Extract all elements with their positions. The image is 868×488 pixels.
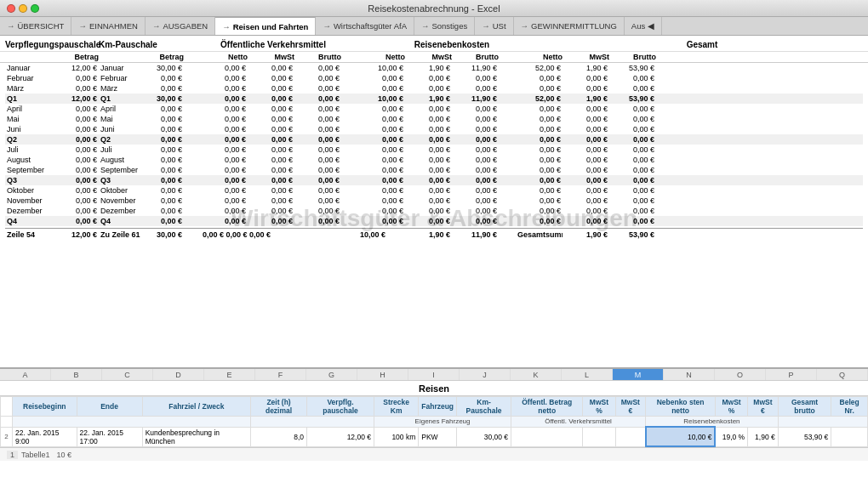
neben-netto-header: Nebenko sten netto [646, 397, 716, 417]
verpfl-cell[interactable]: 12,00 € [307, 427, 374, 446]
cell: 0,00 € [516, 166, 562, 174]
cell: 0,00 € [294, 94, 341, 103]
brutto-header-3: Brutto [609, 53, 656, 61]
cell: 30,00 € [141, 94, 184, 103]
cell: 0,00 € [358, 156, 405, 164]
cell: 12,00 € [56, 94, 99, 103]
reisebeginn-cell[interactable]: 22. Jan. 2015 9:00 [13, 427, 77, 446]
cell: 10,00 € [358, 64, 405, 72]
neben-mwst-euro-cell[interactable]: 1,90 € [748, 427, 779, 446]
cell [184, 207, 201, 215]
close-button[interactable] [7, 4, 15, 13]
minimize-button[interactable] [19, 4, 27, 13]
cell: 0,00 € [452, 74, 499, 82]
col-letter-c: C [102, 369, 153, 380]
cell: 0,00 € [562, 125, 609, 133]
tab-ausgaben[interactable]: → AUSGABEN [146, 17, 215, 36]
cell: 0,00 € [516, 84, 562, 93]
cell: Q1 [99, 94, 141, 103]
strecke-cell[interactable]: 100 km [374, 427, 419, 446]
km-pauschale-cell[interactable]: 30,00 € [457, 427, 511, 446]
cell: November [5, 196, 56, 205]
reisebeginn-header: Reisebeginn [13, 397, 77, 417]
cell: 52,00 € [516, 64, 562, 72]
gesamt-brutto-cell[interactable]: 53,90 € [778, 427, 831, 446]
cell: 0,00 € [201, 84, 248, 93]
tab-ust[interactable]: → USt [475, 17, 513, 36]
cell: 0,00 € [358, 196, 405, 205]
cell: 0,00 € [294, 217, 341, 225]
cell [341, 125, 358, 133]
maximize-button[interactable] [31, 4, 39, 13]
sub-header-reisenebenkosten: Reisenebenkosten [646, 417, 779, 428]
cell: Juli [5, 145, 56, 154]
cell: 0,00 € [248, 156, 294, 164]
footer-row-num: 1 [7, 451, 18, 459]
table-row: Mai0,00 €Mai0,00 €0,00 €0,00 €0,00 €0,00… [5, 114, 863, 124]
mwst-header-1: MwSt [248, 53, 294, 61]
cell: 0,00 € [405, 145, 452, 154]
ende-cell[interactable]: 22. Jan. 2015 17:00 [77, 427, 142, 446]
section-oeffentlich-header: Öffentliche Verkehrsmittel [184, 40, 363, 49]
col-letter-n: N [664, 369, 715, 380]
cell: 0,00 € [452, 176, 499, 184]
cell [341, 135, 358, 144]
fahrzeug-cell[interactable]: PKW [419, 427, 457, 446]
tab-gewinn[interactable]: → GEWINNERMITTLUNG [514, 17, 625, 36]
arrow-icon: → [482, 21, 490, 31]
cell: 0,00 € [516, 207, 562, 215]
cell [341, 105, 358, 113]
cell: 0,00 € [201, 74, 248, 82]
tab-uebersicht[interactable]: → ÜBERSICHT [0, 17, 71, 36]
tab-reisen[interactable]: → Reisen und Fahrten [215, 17, 316, 36]
cell: 0,00 € [56, 135, 99, 144]
cell: Juli [99, 145, 141, 154]
cell [184, 196, 201, 205]
mwst-euro-cell[interactable] [615, 427, 646, 446]
cell: 0,00 € [452, 105, 499, 113]
cell: Februar [99, 74, 141, 82]
cell: 0,00 € [56, 217, 99, 225]
window-controls[interactable] [7, 4, 39, 13]
brutto-header-1: Brutto [294, 53, 341, 61]
fahrziel-cell[interactable]: Kundenbesprechung in München [142, 427, 250, 446]
cell: 0,00 € [56, 105, 99, 113]
arrow-icon: → [421, 21, 430, 31]
cell: 0,00 € [294, 64, 341, 72]
cell: 53,90 € [609, 64, 656, 72]
mwst-pct-cell[interactable] [583, 427, 615, 446]
cell: 0,00 € [516, 135, 562, 144]
sub-header-empty [13, 417, 251, 428]
cell: 0,00 € [141, 176, 184, 184]
tab-sonstiges[interactable]: → Sonstiges [414, 17, 475, 36]
neben-mwst-pct-cell[interactable]: 19,0 % [715, 427, 747, 446]
cell: 0,00 € [141, 166, 184, 174]
cell: Januar [99, 64, 141, 72]
cell: 0,00 € [562, 217, 609, 225]
cell: 0,00 € [609, 156, 656, 164]
tab-wirtschaft[interactable]: → Wirtschaftsgüter AfA [316, 17, 414, 36]
tab-einnahmen[interactable]: → EINNAHMEN [71, 17, 146, 36]
col-letter-l: L [562, 369, 613, 380]
zeit-cell[interactable]: 8,0 [251, 427, 307, 446]
cell: 0,00 € [294, 84, 341, 93]
cell: 0,00 € [56, 207, 99, 215]
cell: 0,00 € [248, 176, 294, 184]
beleg-nr-cell[interactable] [831, 427, 868, 446]
cell: Q3 [5, 176, 56, 184]
cell: 0,00 € [358, 135, 405, 144]
data-row-1[interactable]: 2 22. Jan. 2015 9:00 22. Jan. 2015 17:00… [1, 427, 868, 446]
cell: 0,00 € [201, 176, 248, 184]
cell [341, 166, 358, 174]
cell: 0,00 € [405, 135, 452, 144]
neben-netto-cell[interactable]: 10,00 € [646, 427, 716, 446]
cell [341, 74, 358, 82]
oeff-betrag-cell[interactable] [511, 427, 583, 446]
cell: 0,00 € [141, 196, 184, 205]
tab-aus[interactable]: Aus ◀ [625, 17, 662, 36]
cell [341, 207, 358, 215]
cell: 0,00 € [201, 94, 248, 103]
cell: 0,00 € [201, 217, 248, 225]
cell [341, 156, 358, 164]
cell: 0,00 € [516, 145, 562, 154]
